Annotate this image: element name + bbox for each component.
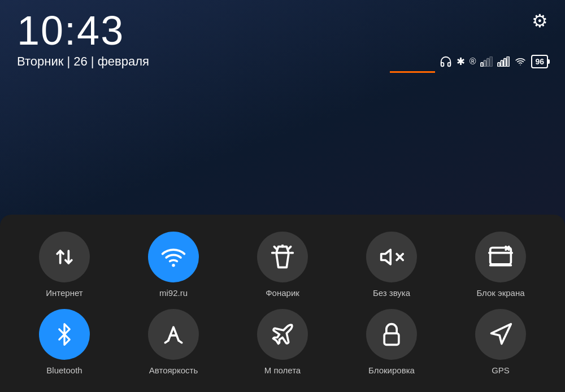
tile-screen-lock-circle <box>475 232 526 282</box>
tile-gps-label: GPS <box>492 365 510 375</box>
svg-rect-3 <box>490 56 493 67</box>
tile-flashlight[interactable]: Фонарик <box>232 232 333 298</box>
bluetooth-status-icon: ✱ <box>457 55 465 68</box>
svg-rect-2 <box>487 59 489 67</box>
tile-brightness-label: Автояркость <box>149 365 198 375</box>
time-display: 10:43 <box>17 10 548 51</box>
tile-lock[interactable]: Блокировка <box>341 309 442 375</box>
svg-rect-5 <box>501 60 503 67</box>
svg-rect-1 <box>484 60 486 67</box>
tiles-grid: Интернет mi92.ru <box>14 232 551 375</box>
registered-icon: ® <box>470 56 476 67</box>
signal-icon-1 <box>480 56 493 67</box>
tile-screen-lock[interactable]: Блок экрана <box>450 232 551 298</box>
status-icons: ✱ ® <box>440 55 548 68</box>
tile-flashlight-circle <box>257 232 308 282</box>
battery-level: 96 <box>535 57 544 66</box>
headphone-icon <box>440 55 452 68</box>
svg-rect-4 <box>498 63 501 67</box>
tile-internet[interactable]: Интернет <box>14 232 115 298</box>
tile-airplane-label: М полета <box>264 365 301 375</box>
svg-line-26 <box>179 341 182 343</box>
orange-underline <box>390 71 435 73</box>
tile-wifi[interactable]: mi92.ru <box>123 232 224 298</box>
tile-bluetooth[interactable]: Bluetooth <box>14 309 115 375</box>
tile-internet-circle <box>39 232 90 282</box>
svg-point-11 <box>172 264 175 267</box>
tile-gps-circle <box>475 309 526 360</box>
svg-line-25 <box>165 341 168 343</box>
tile-wifi-label: mi92.ru <box>159 288 188 298</box>
tile-flashlight-label: Фонарик <box>266 288 299 298</box>
status-bar: 10:43 Вторник | 26 | февраля ✱ ® <box>0 0 565 73</box>
tile-wifi-circle <box>148 232 199 282</box>
tile-screen-lock-label: Блок экрана <box>476 288 524 298</box>
svg-rect-7 <box>507 56 510 67</box>
tile-silent-label: Без звука <box>373 288 410 298</box>
tile-bluetooth-circle <box>39 309 90 360</box>
tile-silent[interactable]: Без звука <box>341 232 442 298</box>
svg-line-13 <box>274 247 276 249</box>
svg-rect-27 <box>384 333 399 345</box>
date-display: Вторник | 26 | февраля <box>17 54 149 69</box>
svg-point-8 <box>520 64 521 66</box>
quick-settings-panel: Интернет mi92.ru <box>0 215 565 392</box>
tile-airplane[interactable]: М полета <box>232 309 333 375</box>
battery-icon: 96 <box>531 55 548 68</box>
gear-button[interactable]: ⚙ <box>532 10 548 32</box>
tile-gps[interactable]: GPS <box>450 309 551 375</box>
wifi-status-icon <box>514 56 527 67</box>
tile-brightness-circle <box>148 309 199 360</box>
tile-silent-circle <box>366 232 417 282</box>
tile-brightness[interactable]: Автояркость <box>123 309 224 375</box>
tile-bluetooth-label: Bluetooth <box>46 365 82 375</box>
tile-internet-label: Интернет <box>46 288 82 298</box>
svg-rect-0 <box>481 63 484 67</box>
tile-airplane-circle <box>257 309 308 360</box>
svg-line-14 <box>289 247 291 249</box>
tile-lock-circle <box>366 309 417 360</box>
svg-rect-6 <box>504 59 506 67</box>
tile-lock-label: Блокировка <box>368 365 415 375</box>
signal-icon-2 <box>497 56 510 67</box>
svg-marker-28 <box>492 324 511 344</box>
